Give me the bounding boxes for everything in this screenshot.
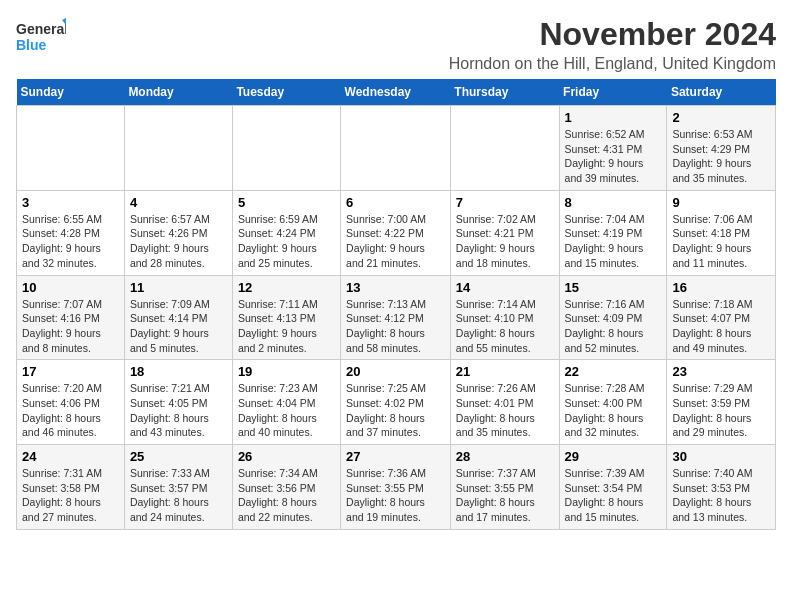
day-number: 17 [22,364,119,379]
calendar-cell: 30Sunrise: 7:40 AMSunset: 3:53 PMDayligh… [667,445,776,530]
day-detail: Sunrise: 7:23 AMSunset: 4:04 PMDaylight:… [238,381,335,440]
day-number: 11 [130,280,227,295]
calendar-cell: 24Sunrise: 7:31 AMSunset: 3:58 PMDayligh… [17,445,125,530]
header-row: SundayMondayTuesdayWednesdayThursdayFrid… [17,79,776,106]
day-number: 18 [130,364,227,379]
day-number: 1 [565,110,662,125]
day-number: 14 [456,280,554,295]
calendar-cell: 13Sunrise: 7:13 AMSunset: 4:12 PMDayligh… [341,275,451,360]
calendar-cell [17,106,125,191]
calendar-cell: 10Sunrise: 7:07 AMSunset: 4:16 PMDayligh… [17,275,125,360]
day-number: 26 [238,449,335,464]
calendar-cell: 5Sunrise: 6:59 AMSunset: 4:24 PMDaylight… [232,190,340,275]
week-row-2: 3Sunrise: 6:55 AMSunset: 4:28 PMDaylight… [17,190,776,275]
day-detail: Sunrise: 7:29 AMSunset: 3:59 PMDaylight:… [672,381,770,440]
day-detail: Sunrise: 7:36 AMSunset: 3:55 PMDaylight:… [346,466,445,525]
weekday-header-saturday: Saturday [667,79,776,106]
calendar-cell: 25Sunrise: 7:33 AMSunset: 3:57 PMDayligh… [124,445,232,530]
day-detail: Sunrise: 7:09 AMSunset: 4:14 PMDaylight:… [130,297,227,356]
day-detail: Sunrise: 7:18 AMSunset: 4:07 PMDaylight:… [672,297,770,356]
weekday-header-monday: Monday [124,79,232,106]
day-number: 19 [238,364,335,379]
day-detail: Sunrise: 6:59 AMSunset: 4:24 PMDaylight:… [238,212,335,271]
day-detail: Sunrise: 7:21 AMSunset: 4:05 PMDaylight:… [130,381,227,440]
day-detail: Sunrise: 7:28 AMSunset: 4:00 PMDaylight:… [565,381,662,440]
calendar-cell: 2Sunrise: 6:53 AMSunset: 4:29 PMDaylight… [667,106,776,191]
day-number: 2 [672,110,770,125]
day-detail: Sunrise: 7:06 AMSunset: 4:18 PMDaylight:… [672,212,770,271]
day-detail: Sunrise: 7:04 AMSunset: 4:19 PMDaylight:… [565,212,662,271]
day-detail: Sunrise: 7:13 AMSunset: 4:12 PMDaylight:… [346,297,445,356]
day-detail: Sunrise: 6:55 AMSunset: 4:28 PMDaylight:… [22,212,119,271]
day-detail: Sunrise: 7:20 AMSunset: 4:06 PMDaylight:… [22,381,119,440]
day-detail: Sunrise: 7:33 AMSunset: 3:57 PMDaylight:… [130,466,227,525]
day-detail: Sunrise: 7:14 AMSunset: 4:10 PMDaylight:… [456,297,554,356]
calendar-cell: 8Sunrise: 7:04 AMSunset: 4:19 PMDaylight… [559,190,667,275]
day-detail: Sunrise: 6:53 AMSunset: 4:29 PMDaylight:… [672,127,770,186]
weekday-header-wednesday: Wednesday [341,79,451,106]
day-detail: Sunrise: 7:07 AMSunset: 4:16 PMDaylight:… [22,297,119,356]
logo-svg: General Blue [16,16,66,60]
day-number: 15 [565,280,662,295]
week-row-1: 1Sunrise: 6:52 AMSunset: 4:31 PMDaylight… [17,106,776,191]
day-number: 30 [672,449,770,464]
day-number: 27 [346,449,445,464]
weekday-header-friday: Friday [559,79,667,106]
day-detail: Sunrise: 6:52 AMSunset: 4:31 PMDaylight:… [565,127,662,186]
calendar-cell: 27Sunrise: 7:36 AMSunset: 3:55 PMDayligh… [341,445,451,530]
day-detail: Sunrise: 7:16 AMSunset: 4:09 PMDaylight:… [565,297,662,356]
day-number: 29 [565,449,662,464]
calendar-cell: 22Sunrise: 7:28 AMSunset: 4:00 PMDayligh… [559,360,667,445]
weekday-header-sunday: Sunday [17,79,125,106]
week-row-5: 24Sunrise: 7:31 AMSunset: 3:58 PMDayligh… [17,445,776,530]
calendar-cell: 17Sunrise: 7:20 AMSunset: 4:06 PMDayligh… [17,360,125,445]
day-number: 25 [130,449,227,464]
day-number: 28 [456,449,554,464]
day-number: 9 [672,195,770,210]
calendar-cell: 16Sunrise: 7:18 AMSunset: 4:07 PMDayligh… [667,275,776,360]
day-number: 3 [22,195,119,210]
logo: General Blue [16,16,66,60]
day-number: 6 [346,195,445,210]
calendar-cell: 29Sunrise: 7:39 AMSunset: 3:54 PMDayligh… [559,445,667,530]
calendar-cell: 18Sunrise: 7:21 AMSunset: 4:05 PMDayligh… [124,360,232,445]
calendar-cell: 4Sunrise: 6:57 AMSunset: 4:26 PMDaylight… [124,190,232,275]
calendar-cell: 3Sunrise: 6:55 AMSunset: 4:28 PMDaylight… [17,190,125,275]
calendar-cell: 23Sunrise: 7:29 AMSunset: 3:59 PMDayligh… [667,360,776,445]
day-number: 8 [565,195,662,210]
week-row-3: 10Sunrise: 7:07 AMSunset: 4:16 PMDayligh… [17,275,776,360]
day-detail: Sunrise: 7:11 AMSunset: 4:13 PMDaylight:… [238,297,335,356]
day-number: 20 [346,364,445,379]
day-number: 23 [672,364,770,379]
day-number: 12 [238,280,335,295]
day-number: 21 [456,364,554,379]
calendar-cell: 7Sunrise: 7:02 AMSunset: 4:21 PMDaylight… [450,190,559,275]
week-row-4: 17Sunrise: 7:20 AMSunset: 4:06 PMDayligh… [17,360,776,445]
calendar-cell: 19Sunrise: 7:23 AMSunset: 4:04 PMDayligh… [232,360,340,445]
svg-text:Blue: Blue [16,37,47,53]
month-title: November 2024 [449,16,776,53]
calendar-cell [232,106,340,191]
calendar-cell: 6Sunrise: 7:00 AMSunset: 4:22 PMDaylight… [341,190,451,275]
calendar-cell: 1Sunrise: 6:52 AMSunset: 4:31 PMDaylight… [559,106,667,191]
calendar-cell: 15Sunrise: 7:16 AMSunset: 4:09 PMDayligh… [559,275,667,360]
day-number: 5 [238,195,335,210]
day-number: 22 [565,364,662,379]
calendar-cell: 14Sunrise: 7:14 AMSunset: 4:10 PMDayligh… [450,275,559,360]
day-number: 13 [346,280,445,295]
day-number: 24 [22,449,119,464]
calendar-cell: 11Sunrise: 7:09 AMSunset: 4:14 PMDayligh… [124,275,232,360]
svg-text:General: General [16,21,66,37]
day-detail: Sunrise: 7:00 AMSunset: 4:22 PMDaylight:… [346,212,445,271]
day-detail: Sunrise: 7:37 AMSunset: 3:55 PMDaylight:… [456,466,554,525]
title-area: November 2024 Horndon on the Hill, Engla… [449,16,776,73]
calendar-cell [341,106,451,191]
day-number: 7 [456,195,554,210]
calendar-cell: 20Sunrise: 7:25 AMSunset: 4:02 PMDayligh… [341,360,451,445]
day-number: 16 [672,280,770,295]
calendar-cell [450,106,559,191]
day-number: 10 [22,280,119,295]
header: General Blue November 2024 Horndon on th… [16,16,776,73]
calendar-cell: 21Sunrise: 7:26 AMSunset: 4:01 PMDayligh… [450,360,559,445]
day-detail: Sunrise: 7:25 AMSunset: 4:02 PMDaylight:… [346,381,445,440]
